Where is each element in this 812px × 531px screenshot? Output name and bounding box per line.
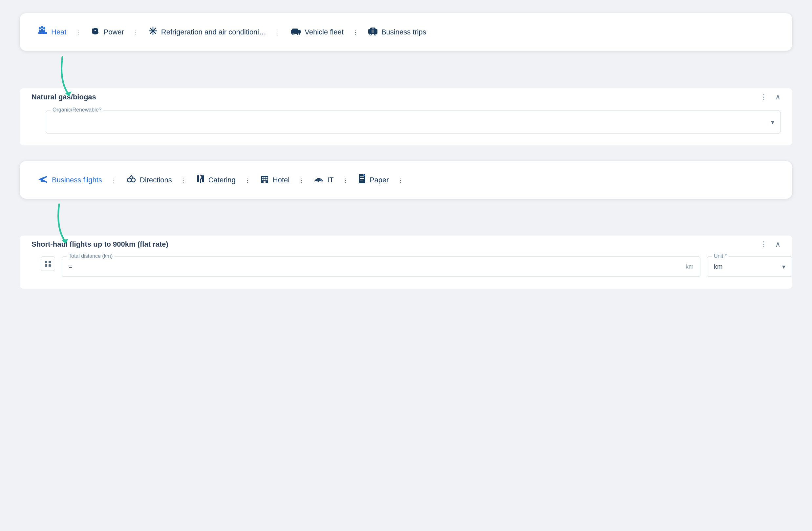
total-distance-label: Total distance (km) <box>67 253 115 259</box>
vehicle-fleet-icon <box>290 27 301 38</box>
svg-point-9 <box>95 30 96 31</box>
svg-rect-43 <box>264 179 265 180</box>
tab-refrigeration-more[interactable]: ⋮ <box>272 26 284 38</box>
tab-vehicle-fleet-label: Vehicle fleet <box>305 28 344 36</box>
total-distance-field[interactable]: Total distance (km) = km <box>62 256 700 277</box>
svg-marker-51 <box>62 239 68 244</box>
tab-it-label: IT <box>327 176 334 184</box>
tab-directions[interactable]: Directions <box>120 171 178 189</box>
it-icon <box>314 175 324 185</box>
svg-point-5 <box>41 26 43 29</box>
grid-icon-box[interactable] <box>41 256 55 271</box>
svg-rect-18 <box>292 29 298 31</box>
unit-value: km <box>714 263 723 270</box>
svg-rect-37 <box>202 175 204 182</box>
tab-paper[interactable]: Paper <box>352 170 395 190</box>
directions-icon <box>126 174 136 186</box>
tab-catering-label: Catering <box>208 176 236 184</box>
card-business-flights: Business flights ⋮ Directions ⋮ <box>20 161 792 199</box>
svg-point-33 <box>127 178 131 182</box>
tab-power[interactable]: Power <box>84 23 130 41</box>
svg-point-4 <box>39 27 41 30</box>
business-trips-icon <box>367 26 378 38</box>
distance-input-row: Total distance (km) = km Unit * km ▾ <box>20 256 792 277</box>
svg-point-20 <box>292 33 294 35</box>
tab-business-trips[interactable]: Business trips <box>362 23 432 41</box>
svg-rect-3 <box>43 30 45 33</box>
svg-rect-54 <box>45 264 47 267</box>
tab-hotel-more[interactable]: ⋮ <box>295 174 307 186</box>
total-distance-unit: km <box>686 263 694 270</box>
tab-vehicle-fleet-more[interactable]: ⋮ <box>350 26 362 38</box>
tab-it-more[interactable]: ⋮ <box>340 174 352 186</box>
card-heat: Heat ⋮ Power ⋮ <box>20 13 792 51</box>
arrow-2 <box>49 203 75 245</box>
tab-hotel[interactable]: Hotel <box>254 171 295 189</box>
svg-point-22 <box>298 33 299 35</box>
svg-rect-10 <box>92 29 93 32</box>
svg-rect-44 <box>266 179 267 180</box>
heat-icon <box>38 26 48 39</box>
svg-rect-1 <box>39 30 41 33</box>
tab-catering[interactable]: Catering <box>190 171 242 189</box>
tab-paper-more[interactable]: ⋮ <box>394 174 407 186</box>
tab-hotel-label: Hotel <box>273 176 289 184</box>
svg-rect-2 <box>41 29 43 33</box>
svg-rect-29 <box>372 30 374 33</box>
tab-paper-label: Paper <box>369 176 389 184</box>
svg-rect-32 <box>41 180 45 182</box>
tab-heat-label: Heat <box>51 28 66 36</box>
tab-directions-more[interactable]: ⋮ <box>178 174 190 186</box>
tab-refrigeration[interactable]: Refrigeration and air conditioni… <box>142 23 272 41</box>
svg-marker-31 <box>65 91 72 97</box>
unit-dropdown-arrow-icon: ▾ <box>782 263 785 270</box>
grid-icon <box>44 260 52 267</box>
total-distance-value: = <box>69 263 73 270</box>
tab-power-label: Power <box>103 28 124 36</box>
tab-vehicle-fleet[interactable]: Vehicle fleet <box>284 24 350 41</box>
tab-bar-2: Business flights ⋮ Directions ⋮ <box>31 170 781 190</box>
paper-icon <box>358 174 366 186</box>
svg-rect-11 <box>97 29 98 32</box>
organic-renewable-dropdown[interactable]: ▾ <box>46 110 781 133</box>
organic-renewable-container: Organic/Renewable? ▾ <box>46 110 781 133</box>
svg-rect-41 <box>266 177 267 178</box>
tab-bar-1: Heat ⋮ Power ⋮ <box>31 22 781 42</box>
tab-it[interactable]: IT <box>307 172 340 189</box>
svg-point-16 <box>152 30 154 32</box>
svg-rect-36 <box>197 175 199 178</box>
svg-point-34 <box>131 178 135 182</box>
hotel-icon <box>260 174 270 186</box>
tab-business-flights-more[interactable]: ⋮ <box>108 174 120 186</box>
business-flights-icon <box>38 174 48 186</box>
svg-rect-30 <box>372 28 374 29</box>
svg-point-26 <box>370 34 371 35</box>
refrigeration-icon <box>148 26 158 38</box>
tab-power-more[interactable]: ⋮ <box>130 26 142 38</box>
svg-rect-39 <box>262 177 263 178</box>
svg-rect-55 <box>48 264 51 267</box>
dropdown-arrow-icon: ▾ <box>771 118 774 126</box>
tab-directions-label: Directions <box>140 176 172 184</box>
tab-business-trips-label: Business trips <box>381 28 426 36</box>
organic-renewable-label: Organic/Renewable? <box>50 107 103 113</box>
tab-business-flights[interactable]: Business flights <box>31 171 108 189</box>
unit-field[interactable]: Unit * km ▾ <box>707 256 792 277</box>
tab-business-flights-label: Business flights <box>52 176 102 184</box>
tab-refrigeration-label: Refrigeration and air conditioni… <box>161 28 266 36</box>
svg-point-46 <box>318 181 319 182</box>
svg-rect-52 <box>45 261 47 263</box>
svg-point-28 <box>375 34 376 35</box>
unit-label: Unit * <box>712 253 729 259</box>
svg-rect-53 <box>48 261 51 263</box>
tab-heat[interactable]: Heat <box>31 22 72 42</box>
catering-icon <box>196 174 205 186</box>
arrow-1 <box>53 56 79 98</box>
tab-catering-more[interactable]: ⋮ <box>242 174 254 186</box>
svg-rect-45 <box>263 181 265 183</box>
tab-heat-more[interactable]: ⋮ <box>72 26 84 38</box>
svg-rect-42 <box>262 179 263 180</box>
svg-rect-40 <box>264 177 265 178</box>
svg-point-6 <box>43 27 45 30</box>
power-icon <box>90 26 100 38</box>
